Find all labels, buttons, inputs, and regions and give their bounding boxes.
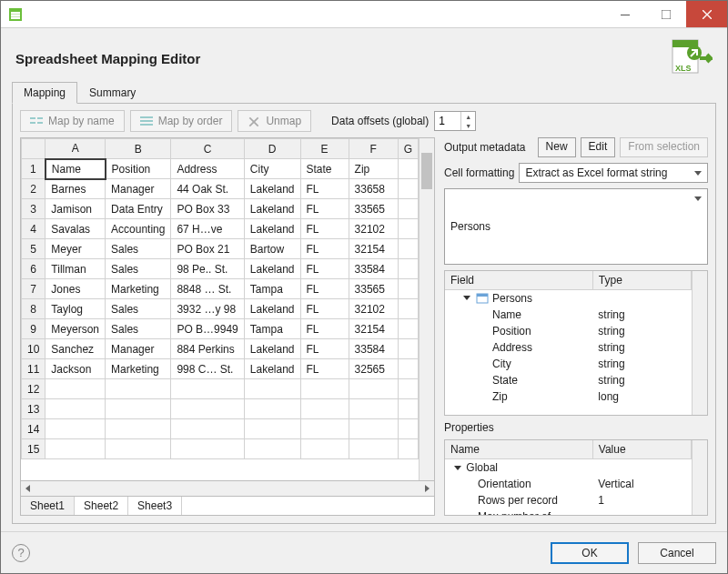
column-header-C[interactable]: C (171, 139, 244, 159)
cell-G11[interactable] (398, 359, 418, 379)
cell-F7[interactable]: 33565 (349, 279, 398, 299)
cell-A10[interactable]: Sanchez (46, 339, 106, 359)
sheet-tab-sheet3[interactable]: Sheet3 (128, 497, 182, 515)
cell-D6[interactable]: Lakeland (244, 259, 300, 279)
cell-A7[interactable]: Jones (46, 279, 106, 299)
data-offsets-input[interactable] (435, 113, 460, 129)
cell-D13[interactable] (244, 399, 300, 419)
cell-C10[interactable]: 884 Perkins (171, 339, 244, 359)
cell-E14[interactable] (300, 419, 349, 439)
cell-C9[interactable]: PO B…9949 (171, 319, 244, 339)
entity-root[interactable]: Persons (492, 292, 532, 305)
cell-B9[interactable]: Sales (106, 319, 171, 339)
cell-G15[interactable] (398, 439, 418, 459)
prop-name[interactable]: Rows per record (445, 492, 592, 509)
cell-G7[interactable] (398, 279, 418, 299)
cell-A1[interactable]: Name (46, 159, 106, 179)
cell-B2[interactable]: Manager (106, 179, 171, 199)
field-row-name[interactable]: State (445, 372, 592, 388)
ok-button[interactable]: OK (551, 542, 629, 564)
cell-E15[interactable] (300, 439, 349, 459)
cell-C15[interactable] (171, 439, 244, 459)
prop-name[interactable]: Max number of records (445, 509, 592, 515)
cell-D5[interactable]: Bartow (244, 239, 300, 259)
cell-F10[interactable]: 33584 (349, 339, 398, 359)
column-header-B[interactable]: B (106, 139, 171, 159)
cell-G2[interactable] (398, 179, 418, 199)
row-header-10[interactable]: 10 (22, 339, 46, 359)
column-header-A[interactable]: A (46, 139, 106, 159)
grid-horizontal-scrollbar[interactable] (20, 481, 435, 497)
sheet-tab-sheet1[interactable]: Sheet1 (21, 497, 75, 515)
row-header-11[interactable]: 11 (22, 359, 46, 379)
cell-F4[interactable]: 32102 (349, 219, 398, 239)
cell-C7[interactable]: 8848 … St. (171, 279, 244, 299)
cell-F12[interactable] (349, 379, 398, 399)
cell-F2[interactable]: 33658 (349, 179, 398, 199)
sheet-tab-sheet2[interactable]: Sheet2 (75, 497, 128, 515)
cell-E6[interactable]: FL (300, 259, 349, 279)
prop-group[interactable]: Global (466, 461, 498, 474)
cell-C8[interactable]: 3932 …y 98 (171, 299, 244, 319)
cell-F9[interactable]: 32154 (349, 319, 398, 339)
map-by-name-button[interactable]: Map by name (20, 110, 125, 132)
row-header-15[interactable]: 15 (22, 439, 46, 459)
cell-D14[interactable] (244, 419, 300, 439)
cell-G5[interactable] (398, 239, 418, 259)
help-icon[interactable]: ? (12, 544, 30, 562)
row-header-7[interactable]: 7 (22, 279, 46, 299)
cell-B15[interactable] (106, 439, 171, 459)
grid-vertical-scrollbar[interactable] (419, 138, 434, 480)
cell-B4[interactable]: Accounting (106, 219, 171, 239)
cell-E4[interactable]: FL (300, 219, 349, 239)
cell-D4[interactable]: Lakeland (244, 219, 300, 239)
cell-D2[interactable]: Lakeland (244, 179, 300, 199)
cell-B10[interactable]: Manager (106, 339, 171, 359)
cell-G4[interactable] (398, 219, 418, 239)
cell-B5[interactable]: Sales (106, 239, 171, 259)
cell-D1[interactable]: City (244, 159, 300, 179)
cell-E7[interactable]: FL (300, 279, 349, 299)
cell-C4[interactable]: 67 H…ve (171, 219, 244, 239)
field-row-name[interactable]: City (445, 356, 592, 372)
cell-C2[interactable]: 44 Oak St. (171, 179, 244, 199)
cell-E13[interactable] (300, 399, 349, 419)
cell-E2[interactable]: FL (300, 179, 349, 199)
cell-D10[interactable]: Lakeland (244, 339, 300, 359)
metadata-from-selection-button[interactable]: From selection (620, 137, 708, 157)
field-row-name[interactable]: Address (445, 339, 592, 356)
cell-C12[interactable] (171, 379, 244, 399)
cell-B1[interactable]: Position (106, 159, 171, 179)
properties-scrollbar[interactable] (692, 440, 707, 515)
prop-value[interactable]: Vertical (592, 476, 691, 492)
cell-B11[interactable]: Marketing (106, 359, 171, 379)
cell-C6[interactable]: 98 Pe.. St. (171, 259, 244, 279)
cell-E11[interactable]: FL (300, 359, 349, 379)
cell-A5[interactable]: Meyer (46, 239, 106, 259)
cell-G8[interactable] (398, 299, 418, 319)
tree-expand-icon[interactable] (454, 466, 461, 470)
cell-A4[interactable]: Savalas (46, 219, 106, 239)
cell-C14[interactable] (171, 419, 244, 439)
cell-E1[interactable]: State (300, 159, 349, 179)
row-header-6[interactable]: 6 (22, 259, 46, 279)
cell-C3[interactable]: PO Box 33 (171, 199, 244, 219)
cell-E10[interactable]: FL (300, 339, 349, 359)
metadata-edit-button[interactable]: Edit (581, 137, 616, 157)
cell-F6[interactable]: 33584 (349, 259, 398, 279)
row-header-8[interactable]: 8 (22, 299, 46, 319)
cell-A3[interactable]: Jamison (46, 199, 106, 219)
tab-summary[interactable]: Summary (77, 82, 147, 103)
cell-B3[interactable]: Data Entry (106, 199, 171, 219)
row-header-5[interactable]: 5 (22, 239, 46, 259)
cell-D11[interactable]: Lakeland (244, 359, 300, 379)
cell-F15[interactable] (349, 439, 398, 459)
cell-G3[interactable] (398, 199, 418, 219)
cell-A15[interactable] (46, 439, 106, 459)
cell-F5[interactable]: 32154 (349, 239, 398, 259)
cell-F8[interactable]: 32102 (349, 299, 398, 319)
maximize-button[interactable] (645, 1, 686, 27)
prop-value[interactable] (592, 509, 691, 515)
row-header-12[interactable]: 12 (22, 379, 46, 399)
field-row-name[interactable]: Zip (445, 388, 592, 405)
